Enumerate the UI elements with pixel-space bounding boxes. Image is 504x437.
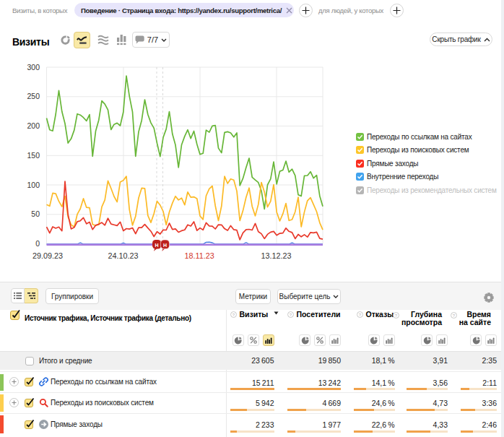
svg-text:13.12.23: 13.12.23 xyxy=(261,251,292,260)
svg-text:300: 300 xyxy=(27,63,40,72)
svg-text:24.10.23: 24.10.23 xyxy=(108,251,139,260)
svg-text:?: ? xyxy=(358,313,361,317)
svg-text:Н: Н xyxy=(155,243,159,248)
svg-text:200: 200 xyxy=(27,121,40,130)
svg-text:?: ? xyxy=(232,313,235,317)
svg-text:50: 50 xyxy=(31,209,40,218)
svg-text:100: 100 xyxy=(27,181,40,189)
svg-text:?: ? xyxy=(289,313,292,317)
svg-text:150: 150 xyxy=(27,151,40,160)
svg-text:0: 0 xyxy=(35,239,40,248)
svg-text:?: ? xyxy=(395,313,398,318)
svg-text:18.11.23: 18.11.23 xyxy=(185,251,214,260)
svg-text:?: ? xyxy=(452,313,455,318)
svg-text:Н: Н xyxy=(163,243,167,248)
svg-text:29.09.23: 29.09.23 xyxy=(32,251,63,260)
svg-text:250: 250 xyxy=(27,92,40,100)
